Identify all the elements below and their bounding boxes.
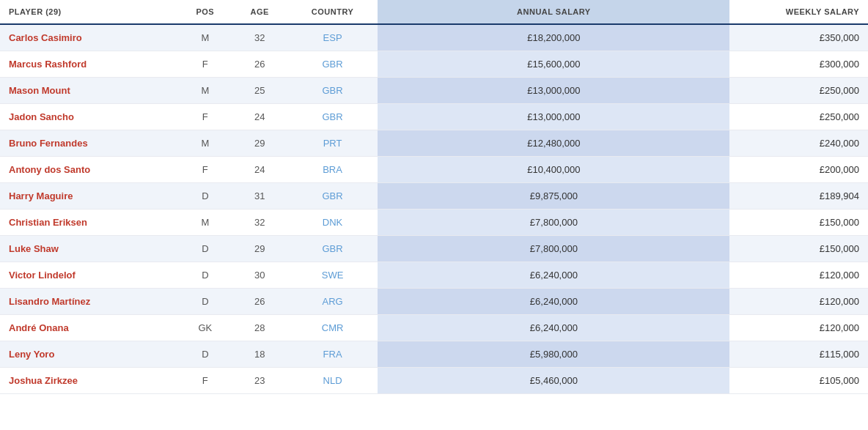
weekly-salary-cell: £150,000: [729, 210, 868, 236]
age-cell: 26: [232, 289, 287, 315]
pos-cell: D: [178, 262, 232, 289]
pos-cell: F: [178, 51, 232, 78]
country-cell: DNK: [287, 210, 378, 236]
weekly-salary-cell: £120,000: [729, 262, 868, 289]
country-cell: FRA: [287, 341, 378, 368]
pos-cell: D: [178, 183, 232, 210]
annual-salary-cell: £6,240,000: [378, 315, 729, 341]
weekly-salary-cell: £350,000: [729, 24, 868, 51]
pos-cell: GK: [178, 315, 232, 341]
player-name-cell: Christian Eriksen: [0, 210, 178, 236]
player-name-cell: Luke Shaw: [0, 236, 178, 262]
pos-cell: M: [178, 78, 232, 104]
salary-table-container: PLAYER (29) POS AGE COUNTRY ANNUAL SALAR…: [0, 0, 868, 394]
salary-table: PLAYER (29) POS AGE COUNTRY ANNUAL SALAR…: [0, 0, 868, 394]
country-cell: GBR: [287, 104, 378, 130]
annual-salary-cell: £13,000,000: [378, 78, 729, 104]
annual-salary-cell: £12,480,000: [378, 130, 729, 157]
annual-salary-cell: £5,460,000: [378, 368, 729, 394]
table-row: Antony dos SantoF24BRA£10,400,000£200,00…: [0, 157, 868, 183]
country-cell: ARG: [287, 289, 378, 315]
age-cell: 26: [232, 51, 287, 78]
table-row: Joshua ZirkzeeF23NLD£5,460,000£105,000: [0, 368, 868, 394]
table-row: Bruno FernandesM29PRT£12,480,000£240,000: [0, 130, 868, 157]
weekly-salary-cell: £300,000: [729, 51, 868, 78]
table-row: Carlos CasimiroM32ESP£18,200,000£350,000: [0, 24, 868, 51]
age-cell: 25: [232, 78, 287, 104]
annual-salary-cell: £18,200,000: [378, 24, 729, 51]
country-cell: GBR: [287, 78, 378, 104]
weekly-salary-cell: £200,000: [729, 157, 868, 183]
annual-salary-cell: £13,000,000: [378, 104, 729, 130]
pos-cell: D: [178, 236, 232, 262]
player-name-cell: Lisandro Martínez: [0, 289, 178, 315]
player-column-header: PLAYER (29): [0, 0, 178, 24]
age-cell: 28: [232, 315, 287, 341]
age-cell: 24: [232, 104, 287, 130]
table-row: Victor LindelofD30SWE£6,240,000£120,000: [0, 262, 868, 289]
country-cell: BRA: [287, 157, 378, 183]
pos-cell: F: [178, 157, 232, 183]
age-column-header: AGE: [232, 0, 287, 24]
country-cell: PRT: [287, 130, 378, 157]
player-name-cell: André Onana: [0, 315, 178, 341]
country-cell: ESP: [287, 24, 378, 51]
table-header-row: PLAYER (29) POS AGE COUNTRY ANNUAL SALAR…: [0, 0, 868, 24]
pos-cell: D: [178, 341, 232, 368]
weekly-salary-cell: £189,904: [729, 183, 868, 210]
table-row: Christian EriksenM32DNK£7,800,000£150,00…: [0, 210, 868, 236]
table-row: Luke ShawD29GBR£7,800,000£150,000: [0, 236, 868, 262]
table-row: Marcus RashfordF26GBR£15,600,000£300,000: [0, 51, 868, 78]
table-row: Mason MountM25GBR£13,000,000£250,000: [0, 78, 868, 104]
weekly-salary-cell: £105,000: [729, 368, 868, 394]
weekly-salary-cell: £250,000: [729, 104, 868, 130]
country-column-header: COUNTRY: [287, 0, 378, 24]
weekly-salary-column-header: WEEKLY SALARY: [729, 0, 868, 24]
annual-salary-cell: £9,875,000: [378, 183, 729, 210]
table-body: Carlos CasimiroM32ESP£18,200,000£350,000…: [0, 24, 868, 394]
player-name-cell: Leny Yoro: [0, 341, 178, 368]
age-cell: 29: [232, 130, 287, 157]
age-cell: 32: [232, 210, 287, 236]
table-row: Jadon SanchoF24GBR£13,000,000£250,000: [0, 104, 868, 130]
weekly-salary-cell: £240,000: [729, 130, 868, 157]
player-name-cell: Mason Mount: [0, 78, 178, 104]
annual-salary-cell: £5,980,000: [378, 341, 729, 368]
annual-salary-cell: £15,600,000: [378, 51, 729, 78]
annual-salary-cell: £10,400,000: [378, 157, 729, 183]
country-cell: GBR: [287, 236, 378, 262]
pos-cell: D: [178, 289, 232, 315]
player-name-cell: Harry Maguire: [0, 183, 178, 210]
weekly-salary-cell: £120,000: [729, 289, 868, 315]
annual-salary-cell: £7,800,000: [378, 236, 729, 262]
weekly-salary-cell: £150,000: [729, 236, 868, 262]
annual-salary-cell: £6,240,000: [378, 289, 729, 315]
pos-cell: F: [178, 104, 232, 130]
annual-salary-cell: £6,240,000: [378, 262, 729, 289]
weekly-salary-cell: £115,000: [729, 341, 868, 368]
age-cell: 29: [232, 236, 287, 262]
pos-cell: M: [178, 210, 232, 236]
age-cell: 23: [232, 368, 287, 394]
country-cell: GBR: [287, 51, 378, 78]
table-row: Leny YoroD18FRA£5,980,000£115,000: [0, 341, 868, 368]
table-row: Lisandro MartínezD26ARG£6,240,000£120,00…: [0, 289, 868, 315]
annual-salary-column-header: ANNUAL SALARY: [378, 0, 729, 24]
age-cell: 32: [232, 24, 287, 51]
pos-cell: M: [178, 24, 232, 51]
player-name-cell: Jadon Sancho: [0, 104, 178, 130]
country-cell: NLD: [287, 368, 378, 394]
annual-salary-cell: £7,800,000: [378, 210, 729, 236]
country-cell: GBR: [287, 183, 378, 210]
table-row: André OnanaGK28CMR£6,240,000£120,000: [0, 315, 868, 341]
player-name-cell: Joshua Zirkzee: [0, 368, 178, 394]
player-name-cell: Bruno Fernandes: [0, 130, 178, 157]
table-row: Harry MaguireD31GBR£9,875,000£189,904: [0, 183, 868, 210]
age-cell: 18: [232, 341, 287, 368]
age-cell: 24: [232, 157, 287, 183]
age-cell: 31: [232, 183, 287, 210]
player-name-cell: Antony dos Santo: [0, 157, 178, 183]
player-name-cell: Marcus Rashford: [0, 51, 178, 78]
age-cell: 30: [232, 262, 287, 289]
pos-column-header: POS: [178, 0, 232, 24]
